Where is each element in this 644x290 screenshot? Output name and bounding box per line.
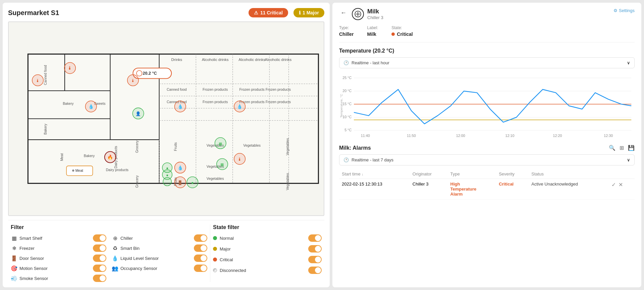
filter-label-liquid-level: Liquid Level Sensor [120,256,159,261]
svg-text:25 °C: 25 °C [342,76,352,80]
alarm-status: Active Unacknowledged [529,179,609,200]
alarm-originator: Chiller 3 [410,179,448,200]
svg-text:Frozen products: Frozen products [203,100,228,104]
filter-toggle-motion-sensor[interactable] [93,265,106,272]
close-alarm-button[interactable]: ✕ [619,182,623,188]
col-start-time[interactable]: Start time ↓ [339,169,410,179]
acknowledge-alarm-button[interactable]: ✓ [611,182,616,188]
svg-text:Grocery: Grocery [135,140,139,153]
state-normal: Normal [213,234,322,242]
filter-occupancy-sensor: 👥 Occupancy Sensor [112,265,207,272]
liquid-level-icon: 💧 [112,255,118,262]
filter-col-1: Filter ▦ Smart Shelf ⊕ Chiller [8,224,210,282]
svg-text:🔥: 🔥 [107,154,113,160]
svg-text:💧: 💧 [237,104,243,110]
back-button[interactable]: ← [339,8,348,18]
right-header: ← Milk Chiller 3 ⚙ Settings [339,8,635,20]
device-sub: Chiller 3 [367,15,383,20]
settings-button[interactable]: ⚙ Settings [613,8,635,13]
critical-dot [213,258,217,262]
major-badge[interactable]: ℹ 1 Major [293,8,324,17]
columns-alarms-button[interactable]: ⊞ [620,145,624,151]
filter-toggle-door-sensor[interactable] [93,255,106,262]
temp-time-selector[interactable]: 🕐 Realtime - last hour ∨ [339,57,635,68]
svg-text:💧: 💧 [88,104,94,110]
state-toggle-disconnected[interactable] [308,267,322,274]
filter-title: Filter [11,224,207,230]
col-severity[interactable]: Severity [496,169,529,179]
critical-badge[interactable]: ⚠ 11 Critical [249,8,288,17]
alarms-time-label: Realtime - last 7 days [352,157,393,162]
smoke-sensor-icon: 💨 [11,275,17,282]
label-label: Label: [367,25,378,30]
state-major: Major [213,245,322,252]
svg-text:Dairy products: Dairy products [106,168,128,172]
svg-text:🌡: 🌡 [237,157,242,162]
svg-text:Vegetables: Vegetables [243,144,261,147]
state-toggle-major[interactable] [308,245,322,252]
download-alarms-button[interactable]: 💾 [628,145,635,151]
col-originator[interactable]: Originator [410,169,448,179]
search-alarms-button[interactable]: 🔍 [609,145,615,151]
filter-label-smart-shelf: Smart Shelf [19,236,42,241]
type-value: Chiller [339,31,354,37]
filter-label-door-sensor: Door Sensor [19,256,44,261]
state-toggle-normal[interactable] [308,234,322,242]
temp-time-label: Realtime - last hour [352,60,389,65]
state-label-disconnected: Disconnected [220,268,246,273]
svg-text:Alcoholic drinks: Alcoholic drinks [265,58,292,62]
motion-sensor-icon: 🎯 [11,265,17,272]
filter-toggle-smart-bin[interactable] [194,244,207,252]
svg-text:Alcoholic drinks: Alcoholic drinks [202,58,229,62]
svg-text:12:00: 12:00 [456,134,465,138]
svg-text:Drinks: Drinks [171,58,182,62]
state-items: Normal Major Critical [213,234,322,274]
svg-text:5 °C: 5 °C [344,128,352,132]
svg-text:●: ● [166,173,168,177]
svg-text:15 °C: 15 °C [342,102,352,106]
settings-icon: ⚙ [613,8,618,13]
filter-smart-bin: ♻ Smart Bin [112,244,207,252]
state-dot-icon [391,32,395,36]
filter-toggle-smoke-sensor[interactable] [93,275,106,282]
type-label: Type: [339,25,354,30]
state-toggle-critical[interactable] [308,256,322,263]
left-header: Supermarket S1 ⚠ 11 Critical ℹ 1 Major [8,8,324,17]
filter-toggle-liquid-level[interactable] [194,255,207,262]
svg-text:Grocery: Grocery [135,175,139,188]
filter-toggle-occupancy-sensor[interactable] [194,265,207,272]
sort-icon: ↓ [362,172,363,176]
temp-section-title: Temperature (20.2 °C) [339,48,635,54]
col-actions [609,169,635,179]
alarms-time-selector[interactable]: 🕐 Realtime - last 7 days ∨ [339,154,635,165]
device-title: Milk Chiller 3 [367,8,383,20]
svg-text:Canned food: Canned food [167,88,187,91]
occupancy-sensor-icon: 👥 [112,265,118,272]
filter-toggle-freezer[interactable] [93,244,106,252]
right-panel: ← Milk Chiller 3 ⚙ Settings Type: Chille… [332,3,641,287]
state-filter-col: State filter Normal Major [210,224,324,282]
svg-text:🌡: 🌡 [36,78,40,83]
svg-text:12:20: 12:20 [553,134,562,138]
svg-text:▦: ▦ [219,142,222,146]
alarm-row-actions: ✓ ✕ [609,179,635,200]
clock-icon-2: 🕐 [343,157,349,162]
svg-text:Vegetables: Vegetables [207,177,224,180]
smart-shelf-icon: ▦ [11,235,17,241]
alarms-table: Start time ↓ Originator Type Severity St… [339,169,635,200]
state-label-critical: Critical [220,257,233,262]
col-status[interactable]: Status [529,169,609,179]
filter-toggle-chiller[interactable] [194,234,207,242]
svg-text:Vegetables: Vegetables [286,138,289,155]
door-sensor-icon: 🚪 [11,255,17,262]
major-dot [213,247,217,251]
left-panel: Supermarket S1 ⚠ 11 Critical ℹ 1 Major [3,3,330,287]
filter-toggle-smart-shelf[interactable] [93,234,106,242]
svg-text:💧: 💧 [177,165,183,171]
svg-text:Meat: Meat [60,153,64,161]
info-row: Type: Chiller Label: Milk State: Critica… [339,25,635,43]
col-type[interactable]: Type [448,169,496,179]
clock-icon: 🕐 [343,60,349,65]
state-filter-title: State filter [213,224,322,230]
svg-text:Canned food: Canned food [44,65,47,85]
